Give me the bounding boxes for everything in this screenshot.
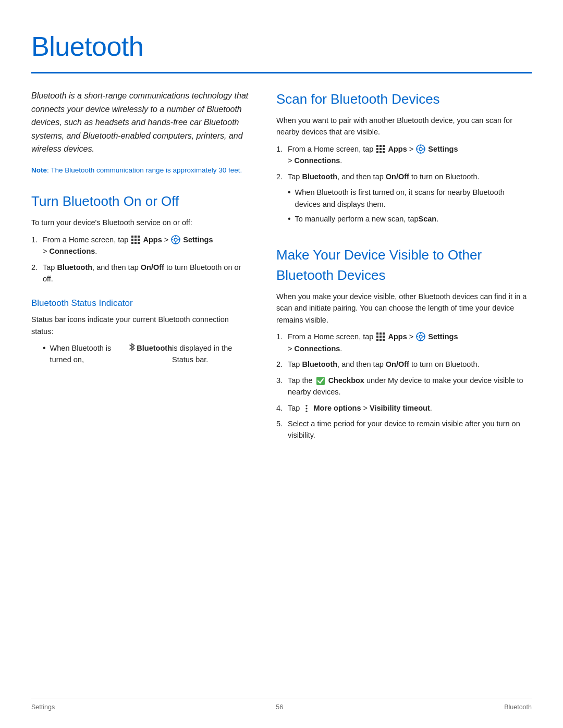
main-content: Bluetooth is a short-range communication… [31, 89, 532, 447]
step-content: Tap Bluetooth, and then tap On/Off to tu… [288, 171, 532, 229]
svg-rect-20 [383, 148, 385, 150]
visible-bluetooth-title: Make Your Device Visible to Other Blueto… [276, 245, 532, 286]
svg-rect-15 [376, 145, 378, 147]
turn-bluetooth-title: Turn Bluetooth On or Off [31, 191, 250, 212]
turn-step-1: 1. From a Home screen, tap [31, 234, 250, 257]
connections-label: Connections [50, 247, 95, 255]
note-label: Note [31, 166, 47, 174]
note-text: Note: The Bluetooth communication range … [31, 165, 250, 176]
intro-text: Bluetooth is a short-range communication… [31, 89, 250, 156]
step-content: Tap More options > Visibility timeout. [288, 402, 532, 414]
svg-rect-17 [383, 145, 385, 147]
step-content: Select a time period for your device to … [288, 418, 532, 441]
svg-rect-4 [134, 239, 137, 241]
step-num: 1. [276, 143, 288, 155]
visible-step-4: 4. Tap More options > Visibility timeo [276, 402, 532, 414]
scan-bluetooth-title: Scan for Bluetooth Devices [276, 89, 532, 109]
apps-label: Apps [143, 236, 162, 244]
visible-bluetooth-intro: When you make your device visible, other… [276, 291, 532, 326]
footer-right: Bluetooth [504, 702, 532, 712]
svg-rect-5 [138, 239, 140, 241]
left-column: Bluetooth is a short-range communication… [31, 89, 250, 447]
svg-rect-22 [380, 151, 382, 153]
svg-rect-18 [376, 148, 378, 150]
turn-bluetooth-steps: 1. From a Home screen, tap [31, 234, 250, 285]
svg-rect-21 [376, 151, 378, 153]
page-footer: Settings 56 Bluetooth [31, 698, 532, 712]
svg-rect-23 [383, 151, 385, 153]
visible-steps: 1. From a Home screen, tap [276, 331, 532, 441]
step-num: 2. [276, 171, 288, 182]
svg-point-10 [174, 238, 177, 241]
step-num: 1. [31, 234, 43, 245]
more-options-icon [303, 404, 310, 413]
svg-rect-30 [376, 332, 378, 335]
svg-rect-8 [138, 242, 140, 244]
turn-bluetooth-section: Turn Bluetooth On or Off To turn your de… [31, 191, 250, 285]
step-content: From a Home screen, tap [43, 234, 250, 257]
svg-rect-36 [376, 339, 378, 341]
svg-rect-34 [380, 336, 382, 338]
right-column: Scan for Bluetooth Devices When you want… [276, 89, 532, 447]
visible-bluetooth-section: Make Your Device Visible to Other Blueto… [276, 245, 532, 441]
footer-center: 56 [276, 702, 283, 712]
visible-step-2: 2. Tap Bluetooth, and then tap On/Off to… [276, 359, 532, 370]
svg-rect-1 [134, 236, 137, 238]
visible-step-5: 5. Select a time period for your device … [276, 418, 532, 441]
turn-step-2: 2. Tap Bluetooth, and then tap On/Off to… [31, 262, 250, 285]
title-divider [31, 72, 532, 73]
settings-icon [416, 144, 425, 154]
step-num: 2. [31, 262, 43, 273]
turn-bluetooth-intro: To turn your device's Bluetooth service … [31, 217, 250, 228]
scan-bluetooth-section: Scan for Bluetooth Devices When you want… [276, 89, 532, 229]
step-num: 2. [276, 359, 288, 370]
page: Bluetooth Bluetooth is a short-range com… [0, 0, 563, 728]
svg-rect-3 [131, 239, 133, 241]
scan-steps: 1. From a Home screen, tap [276, 143, 532, 229]
step-num: 5. [276, 418, 288, 429]
scan-bullet-2: To manually perform a new scan, tap Scan… [288, 213, 532, 225]
svg-rect-38 [383, 339, 385, 341]
svg-rect-2 [138, 236, 140, 238]
step-num: 3. [276, 375, 288, 386]
svg-rect-37 [380, 339, 382, 341]
status-bullets: When Bluetooth is turned on, Bluetooth i… [43, 342, 250, 366]
svg-rect-32 [383, 332, 385, 335]
svg-rect-0 [131, 236, 133, 238]
bluetooth-status-icon [128, 342, 136, 352]
status-indicator-title: Bluetooth Status Indicator [31, 297, 250, 310]
scan-bluetooth-intro: When you want to pair with another Bluet… [276, 115, 532, 138]
apps-icon [376, 144, 385, 154]
svg-rect-33 [376, 336, 378, 338]
step-content: Tap Bluetooth, and then tap On/Off to tu… [43, 262, 250, 285]
scan-step-2: 2. Tap Bluetooth, and then tap On/Off to… [276, 171, 532, 229]
scan-sub-bullets: When Bluetooth is first turned on, it sc… [288, 187, 532, 225]
scan-step-1: 1. From a Home screen, tap [276, 143, 532, 167]
settings-label: Settings [183, 236, 213, 244]
checkbox-icon [316, 376, 325, 386]
svg-rect-16 [380, 145, 382, 147]
step-num: 4. [276, 402, 288, 414]
svg-rect-19 [380, 148, 382, 150]
note-content: : The Bluetooth communication range is a… [47, 166, 242, 174]
svg-point-46 [306, 405, 308, 406]
visible-step-1: 1. From a Home screen, tap [276, 331, 532, 354]
step-content: From a Home screen, tap [288, 331, 532, 354]
bluetooth-status-section: Bluetooth Status Indicator Status bar ic… [31, 297, 250, 366]
status-indicator-intro: Status bar icons indicate your current B… [31, 314, 250, 337]
settings-icon [416, 332, 425, 341]
visible-step-3: 3. Tap the Checkbox under My device to m… [276, 375, 532, 398]
scan-bullet-1: When Bluetooth is first turned on, it sc… [288, 187, 532, 210]
apps-icon [131, 235, 140, 244]
svg-rect-7 [134, 242, 137, 244]
apps-icon [376, 332, 385, 341]
page-title: Bluetooth [31, 26, 532, 67]
svg-point-40 [419, 335, 422, 338]
step-content: Tap Bluetooth, and then tap On/Off to tu… [288, 359, 532, 370]
step-content: From a Home screen, tap [288, 143, 532, 167]
svg-rect-35 [383, 336, 385, 338]
svg-point-47 [306, 408, 308, 409]
svg-rect-6 [131, 242, 133, 244]
svg-point-48 [306, 410, 308, 412]
footer-left: Settings [31, 702, 55, 712]
